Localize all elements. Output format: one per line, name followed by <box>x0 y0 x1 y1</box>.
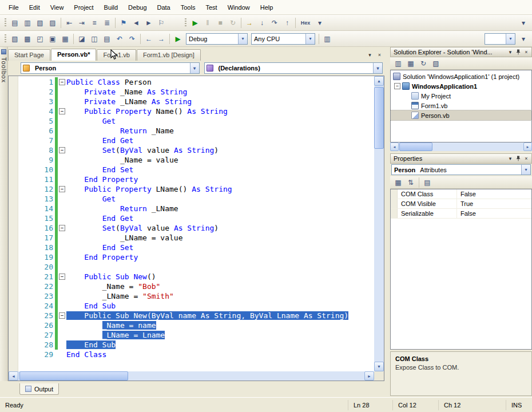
stop-debugging-icon[interactable]: ■ <box>214 17 227 29</box>
auto-hide-pin-icon[interactable] <box>514 154 522 163</box>
tab-start-page[interactable]: Start Page <box>8 49 50 61</box>
close-icon[interactable]: × <box>522 48 530 56</box>
solution-platforms-combo[interactable]: Any CPU▾ <box>251 33 315 45</box>
toolbar-options-icon[interactable]: ▾ <box>517 17 530 29</box>
save-all-icon[interactable]: ▦ <box>59 33 72 45</box>
navigate-backward-icon[interactable]: ← <box>142 33 155 45</box>
members-combo[interactable]: (Declarations) ▾ <box>204 62 383 74</box>
code-text[interactable]: Set(ByVal value As String) <box>66 223 374 233</box>
collapse-toggle-icon[interactable]: − <box>59 108 65 114</box>
tree-item-form1-vb[interactable]: Form1.vb <box>391 101 531 110</box>
scroll-right-icon[interactable]: ► <box>523 142 532 151</box>
copy-icon[interactable]: ◫ <box>88 33 101 45</box>
uncomment-lines-icon[interactable]: ≣ <box>101 17 113 29</box>
close-icon[interactable]: × <box>522 154 530 163</box>
menu-debug[interactable]: Debug <box>123 2 152 13</box>
code-text[interactable]: End Set <box>66 165 374 175</box>
menu-view[interactable]: View <box>45 2 69 13</box>
paste-icon[interactable]: ▤ <box>101 33 113 45</box>
step-over-icon[interactable]: ↷ <box>268 17 281 29</box>
toolbar-grip[interactable] <box>185 18 186 27</box>
collapse-toggle-icon[interactable]: − <box>59 147 65 153</box>
property-pages-icon[interactable]: ▤ <box>421 176 434 189</box>
refresh-icon[interactable]: ↻ <box>417 57 430 70</box>
code-text[interactable] <box>66 262 374 272</box>
window-position-icon[interactable]: ▾ <box>506 154 514 163</box>
code-text[interactable]: Set(ByVal value As String) <box>66 145 374 155</box>
code-text[interactable]: Public Sub New() <box>66 272 374 282</box>
property-row[interactable]: COM ClassFalse <box>391 189 531 199</box>
code-text[interactable]: End Set <box>66 243 374 252</box>
tree-item-my-project[interactable]: My Project <box>391 91 531 101</box>
menu-project[interactable]: Project <box>69 2 98 13</box>
scrollbar-thumb[interactable] <box>399 142 432 151</box>
code-text[interactable]: _Name = "Bob" <box>66 282 374 291</box>
property-row[interactable]: SerializableFalse <box>391 209 531 219</box>
comment-lines-icon[interactable]: ≡ <box>88 17 101 29</box>
code-text[interactable]: End Get <box>66 213 374 223</box>
code-text[interactable]: Public Property Name() As String <box>66 106 374 116</box>
quick-info-icon[interactable]: ▧ <box>34 17 46 29</box>
step-out-icon[interactable]: ↑ <box>281 17 293 29</box>
code-text[interactable]: End Class <box>66 350 374 359</box>
decrease-indent-icon[interactable]: ⇤ <box>63 17 76 29</box>
code-area[interactable]: 1−Public Class Person2 Private _Name As … <box>9 76 374 371</box>
alphabetical-icon[interactable]: ⇅ <box>404 176 417 189</box>
code-text[interactable]: Public Sub New(ByVal name As String, ByV… <box>66 311 374 320</box>
increase-indent-icon[interactable]: ⇥ <box>76 17 88 29</box>
properties-titlebar[interactable]: Properties ▾ × <box>390 153 532 164</box>
show-next-statement-icon[interactable]: → <box>243 17 256 29</box>
code-text[interactable]: Private _LName As String <box>66 97 374 106</box>
code-text[interactable]: Public Property LName() As String <box>66 184 374 194</box>
property-row[interactable]: COM VisibleTrue <box>391 199 531 209</box>
code-text[interactable]: Get <box>66 116 374 126</box>
chevron-down-icon[interactable]: ▾ <box>305 34 315 44</box>
find-in-files-icon[interactable]: ▥ <box>321 33 334 45</box>
start-debug-icon[interactable]: ▶ <box>172 33 184 45</box>
code-text[interactable]: _LName = "Smith" <box>66 291 374 301</box>
add-new-item-icon[interactable]: ▩ <box>21 33 34 45</box>
previous-bookmark-icon[interactable]: ◄ <box>130 17 142 29</box>
quick-find-combo[interactable]: ▾ <box>485 33 515 45</box>
clear-bookmarks-icon[interactable]: ⚐ <box>155 17 168 29</box>
code-text[interactable]: Private _Name As String <box>66 87 374 97</box>
solution-configurations-combo[interactable]: Debug▾ <box>186 33 248 45</box>
member-list-icon[interactable]: ▤ <box>9 17 21 29</box>
properties-window-icon[interactable]: ▥ <box>392 57 404 70</box>
tree-item-person-vb[interactable]: Person.vb <box>391 110 531 120</box>
word-completion-icon[interactable]: ▨ <box>46 17 59 29</box>
horizontal-scrollbar[interactable]: ◄ ► <box>9 371 374 381</box>
chevron-down-icon[interactable]: ▾ <box>373 63 382 73</box>
code-text[interactable]: Return _LName <box>66 204 374 213</box>
chevron-down-icon[interactable]: ▾ <box>506 34 515 44</box>
redo-icon[interactable]: ↷ <box>126 33 138 45</box>
collapse-toggle-icon[interactable]: − <box>59 225 65 231</box>
code-text[interactable]: _Name = name <box>66 320 374 330</box>
code-text[interactable]: End Sub <box>66 301 374 311</box>
view-class-diagram-icon[interactable]: ▧ <box>430 57 442 70</box>
menu-file[interactable]: File <box>3 2 24 13</box>
horizontal-scrollbar-thumb[interactable] <box>19 371 128 381</box>
collapse-toggle-icon[interactable]: − <box>59 274 65 280</box>
scroll-down-icon[interactable]: ▼ <box>374 362 384 371</box>
scroll-up-icon[interactable]: ▲ <box>374 76 384 86</box>
vertical-scrollbar[interactable]: ▲ ▼ <box>374 76 384 371</box>
break-all-icon[interactable]: ‖ <box>201 17 214 29</box>
code-text[interactable]: _Name = value <box>66 155 374 165</box>
toolbar-options-icon[interactable]: ▾ <box>517 33 530 45</box>
collapse-toggle-icon[interactable]: − <box>59 312 65 319</box>
code-text[interactable]: _LName = Lname <box>66 330 374 340</box>
document-list-chevron-icon[interactable]: ▾ <box>366 50 374 59</box>
toolbar-grip[interactable] <box>5 34 6 43</box>
chevron-down-icon[interactable]: ▾ <box>313 17 326 29</box>
show-all-files-icon[interactable]: ▦ <box>404 57 417 70</box>
undo-icon[interactable]: ↶ <box>113 33 126 45</box>
menu-tools[interactable]: Tools <box>176 2 201 13</box>
tree-item-solution-windowsapplication1-1-project[interactable]: Solution 'WindowsApplication1' (1 projec… <box>391 72 531 81</box>
menu-test[interactable]: Test <box>200 2 222 13</box>
menu-edit[interactable]: Edit <box>24 2 45 13</box>
open-file-icon[interactable]: ◰ <box>34 33 46 45</box>
toolbox-autohide-tab[interactable]: Toolbox <box>0 47 8 381</box>
new-project-icon[interactable]: ▧ <box>9 33 21 45</box>
toggle-bookmark-icon[interactable]: ⚑ <box>117 17 130 29</box>
